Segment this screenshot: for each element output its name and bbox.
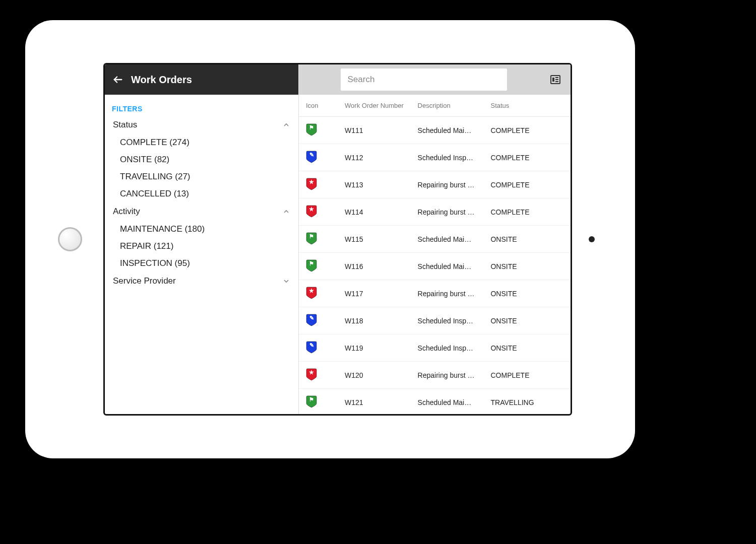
table-row[interactable]: ⚑W111Scheduled Mai…COMPLETEMAINTENANCE bbox=[299, 117, 571, 144]
svg-rect-2 bbox=[552, 78, 554, 82]
row-wonum: W111 bbox=[345, 126, 418, 134]
chevron-down-icon bbox=[282, 277, 290, 285]
filter-group-activity[interactable]: Activity bbox=[105, 202, 298, 221]
table-row[interactable]: ✎W119Scheduled Insp…ONSITEINSPECTION bbox=[299, 334, 571, 362]
list-body[interactable]: ⚑W111Scheduled Mai…COMPLETEMAINTENANCE✎W… bbox=[299, 117, 571, 414]
back-arrow-icon[interactable] bbox=[112, 74, 124, 86]
inspection-icon: ✎ bbox=[306, 341, 317, 354]
row-icon-cell: ⚑ bbox=[306, 259, 345, 274]
row-desc: Repairing burst … bbox=[418, 290, 491, 298]
repair-icon: ★ bbox=[306, 177, 317, 190]
table-row[interactable]: ⚑W121Scheduled Mai…TRAVELLINGMAINTENANCE bbox=[299, 389, 571, 414]
row-wonum: W120 bbox=[345, 371, 418, 379]
filter-group-label: Service Provider bbox=[113, 276, 176, 286]
repair-icon: ★ bbox=[306, 368, 317, 381]
row-icon-cell: ★ bbox=[306, 177, 345, 192]
col-header-icon[interactable]: Icon bbox=[306, 102, 345, 109]
row-icon-cell: ⚑ bbox=[306, 395, 345, 410]
filter-group-label: Status bbox=[113, 120, 137, 130]
table-row[interactable]: ★W120Repairing burst …COMPLETEREPAIR bbox=[299, 362, 571, 389]
row-icon-cell: ★ bbox=[306, 368, 345, 382]
filters-label: FILTERS bbox=[105, 100, 298, 116]
row-icon-cell: ✎ bbox=[306, 313, 345, 328]
row-wonum: W112 bbox=[345, 154, 418, 162]
table-row[interactable]: ⚑W115Scheduled Mai…ONSITEMAINTENANCE bbox=[299, 226, 571, 253]
row-status: ONSITE bbox=[490, 317, 563, 325]
row-desc: Repairing burst … bbox=[418, 208, 491, 216]
row-wonum: W119 bbox=[345, 344, 418, 352]
row-status: COMPLETE bbox=[490, 154, 563, 162]
table-row[interactable]: ★W113Repairing burst …COMPLETEREPAIR bbox=[299, 171, 571, 198]
row-desc: Scheduled Insp… bbox=[418, 317, 491, 325]
table-row[interactable]: ⚑W116Scheduled Mai…ONSITEMAINTENANCE bbox=[299, 253, 571, 280]
table-row[interactable]: ★W117Repairing burst …ONSITEREPAIR bbox=[299, 280, 571, 307]
row-desc: Repairing burst … bbox=[418, 181, 491, 189]
filter-item[interactable]: INSPECTION (95) bbox=[105, 255, 298, 272]
row-desc: Scheduled Insp… bbox=[418, 154, 491, 162]
filter-item[interactable]: REPAIR (121) bbox=[105, 238, 298, 255]
page-title: Work Orders bbox=[131, 74, 192, 86]
row-desc: Scheduled Mai… bbox=[418, 262, 491, 270]
row-status: TRAVELLING bbox=[490, 398, 563, 406]
row-status: ONSITE bbox=[490, 262, 563, 270]
col-header-wonum[interactable]: Work Order Number bbox=[345, 102, 418, 109]
row-icon-cell: ★ bbox=[306, 286, 345, 301]
maintenance-icon: ⚑ bbox=[306, 259, 317, 272]
filter-item[interactable]: TRAVELLING (27) bbox=[105, 168, 298, 185]
row-desc: Scheduled Mai… bbox=[418, 126, 491, 134]
list-header: Icon Work Order Number Description Statu… bbox=[299, 95, 571, 117]
row-status: ONSITE bbox=[490, 290, 563, 298]
view-toggle-icon[interactable] bbox=[548, 73, 562, 87]
row-desc: Scheduled Mai… bbox=[418, 398, 491, 406]
filters-panel: FILTERS StatusCOMPLETE (274)ONSITE (82)T… bbox=[105, 95, 298, 414]
table-row[interactable]: ✎W118Scheduled Insp…ONSITEINSPECTION bbox=[299, 307, 571, 334]
row-wonum: W116 bbox=[345, 262, 418, 270]
maintenance-icon: ⚑ bbox=[306, 232, 317, 245]
search-wrap bbox=[307, 69, 540, 91]
filter-group-service-provider[interactable]: Service Provider bbox=[105, 272, 298, 290]
row-desc: Scheduled Insp… bbox=[418, 344, 491, 352]
row-desc: Repairing burst … bbox=[418, 371, 491, 379]
main-panel: Icon Work Order Number Description Statu… bbox=[299, 64, 571, 414]
repair-icon: ★ bbox=[306, 286, 317, 299]
row-wonum: W118 bbox=[345, 317, 418, 325]
home-button[interactable] bbox=[58, 227, 82, 251]
row-status: COMPLETE bbox=[490, 371, 563, 379]
search-input[interactable] bbox=[341, 69, 507, 91]
row-icon-cell: ⚑ bbox=[306, 123, 345, 138]
main-header bbox=[299, 64, 571, 95]
row-wonum: W114 bbox=[345, 208, 418, 216]
chevron-up-icon bbox=[282, 121, 290, 129]
filter-item[interactable]: ONSITE (82) bbox=[105, 151, 298, 168]
sidebar-header: Work Orders bbox=[105, 64, 298, 95]
row-status: COMPLETE bbox=[490, 208, 563, 216]
filter-group-label: Activity bbox=[113, 207, 140, 217]
filter-item[interactable]: CANCELLED (13) bbox=[105, 185, 298, 202]
app-screen: Work Orders FILTERS StatusCOMPLETE (274)… bbox=[103, 63, 572, 416]
maintenance-icon: ⚑ bbox=[306, 123, 317, 136]
row-status: ONSITE bbox=[490, 235, 563, 243]
row-wonum: W117 bbox=[345, 290, 418, 298]
filter-item[interactable]: MAINTENANCE (180) bbox=[105, 221, 298, 238]
row-status: ONSITE bbox=[490, 344, 563, 352]
filter-group-status[interactable]: Status bbox=[105, 116, 298, 134]
row-wonum: W121 bbox=[345, 398, 418, 406]
row-wonum: W115 bbox=[345, 235, 418, 243]
row-icon-cell: ✎ bbox=[306, 341, 345, 355]
row-status: COMPLETE bbox=[490, 126, 563, 134]
col-header-desc[interactable]: Description bbox=[418, 102, 491, 109]
filter-item[interactable]: COMPLETE (274) bbox=[105, 134, 298, 151]
table-row[interactable]: ✎W112Scheduled Insp…COMPLETEINSPECTION bbox=[299, 144, 571, 171]
table-row[interactable]: ★W114Repairing burst …COMPLETEREPAIR bbox=[299, 198, 571, 226]
col-header-status[interactable]: Status bbox=[490, 102, 563, 109]
chevron-up-icon bbox=[282, 208, 290, 216]
row-status: COMPLETE bbox=[490, 181, 563, 189]
inspection-icon: ✎ bbox=[306, 313, 317, 326]
row-icon-cell: ★ bbox=[306, 205, 345, 219]
row-wonum: W113 bbox=[345, 181, 418, 189]
sidebar: Work Orders FILTERS StatusCOMPLETE (274)… bbox=[105, 64, 299, 414]
maintenance-icon: ⚑ bbox=[306, 395, 317, 408]
row-icon-cell: ✎ bbox=[306, 150, 345, 165]
row-icon-cell: ⚑ bbox=[306, 232, 345, 246]
camera-dot bbox=[589, 236, 595, 242]
